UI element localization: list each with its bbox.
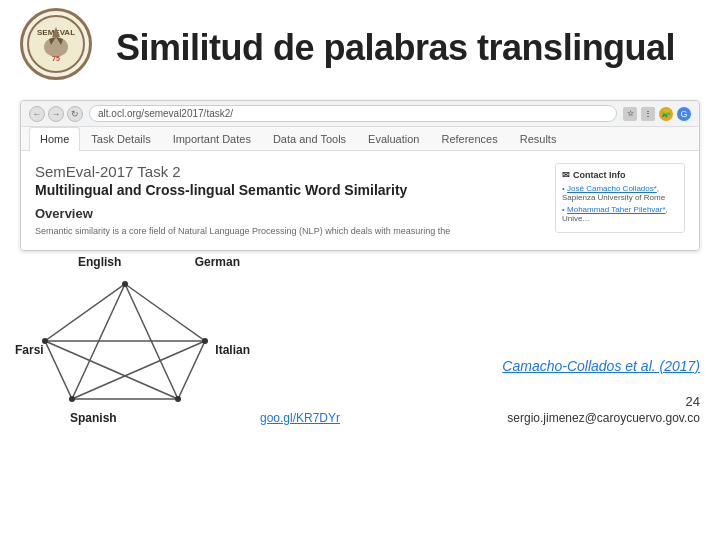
star-icon[interactable]: ☆ xyxy=(623,107,637,121)
contact-person-2[interactable]: • Mohammad Taher Pilehvar*, Unive... xyxy=(562,205,678,223)
svg-point-2 xyxy=(44,37,68,57)
tab-data-and-tools[interactable]: Data and Tools xyxy=(262,127,357,150)
footer-right: 24 sergio.jimenez@caroycuervo.gov.co xyxy=(507,394,700,425)
label-spanish: Spanish xyxy=(70,411,117,425)
account-icon[interactable]: G xyxy=(677,107,691,121)
header: SEMEVAL 75 Similitud de palabras transli… xyxy=(0,0,720,96)
page-number: 24 xyxy=(507,394,700,409)
label-english: English xyxy=(78,255,121,269)
browser-window: ← → ↻ alt.ocl.org/semeval2017/task2/ ☆ ⋮… xyxy=(20,100,700,251)
tab-home[interactable]: Home xyxy=(29,127,80,151)
logo-seal: SEMEVAL 75 xyxy=(20,8,92,80)
svg-point-17 xyxy=(42,338,48,344)
nav-buttons: ← → ↻ xyxy=(29,106,83,122)
contact-title: ✉ Contact Info xyxy=(562,170,678,180)
nav-tabs: Home Task Details Important Dates Data a… xyxy=(21,127,699,151)
diagram-area: English German Italian Spanish Farsi xyxy=(20,255,240,425)
svg-point-15 xyxy=(175,396,181,402)
content-main: SemEval-2017 Task 2 Multilingual and Cro… xyxy=(35,163,543,238)
svg-line-10 xyxy=(72,341,205,399)
contact-box: ✉ Contact Info • José Camacho Collados*,… xyxy=(555,163,685,233)
svg-point-14 xyxy=(202,338,208,344)
svg-line-12 xyxy=(45,341,178,399)
tab-results[interactable]: Results xyxy=(509,127,568,150)
overview-section: Overview Semantic similarity is a core f… xyxy=(35,206,543,238)
tab-important-dates[interactable]: Important Dates xyxy=(162,127,262,150)
site-title: SemEval-2017 Task 2 xyxy=(35,163,543,180)
browser-toolbar: ← → ↻ alt.ocl.org/semeval2017/task2/ ☆ ⋮… xyxy=(21,101,699,127)
page-title: Similitud de palabras translingual xyxy=(116,27,675,69)
page-content: SemEval-2017 Task 2 Multilingual and Cro… xyxy=(21,151,699,250)
citation-link[interactable]: Camacho-Collados et al. (2017) xyxy=(502,358,700,374)
label-german: German xyxy=(195,255,240,269)
footer-link[interactable]: goo.gl/KR7DYr xyxy=(260,411,340,425)
bottom-section: English German Italian Spanish Farsi Cam… xyxy=(0,251,720,431)
menu-icon[interactable]: ⋮ xyxy=(641,107,655,121)
tab-task-details[interactable]: Task Details xyxy=(80,127,161,150)
label-italian: Italian xyxy=(215,343,250,357)
browser-icons: ☆ ⋮ 🧩 G xyxy=(623,107,691,121)
svg-text:75: 75 xyxy=(52,55,60,62)
right-content: Camacho-Collados et al. (2017) goo.gl/KR… xyxy=(260,358,700,425)
extensions-icon[interactable]: 🧩 xyxy=(659,107,673,121)
contact-icon: ✉ xyxy=(562,170,570,180)
contact-sidebar: ✉ Contact Info • José Camacho Collados*,… xyxy=(555,163,685,238)
refresh-button[interactable]: ↻ xyxy=(67,106,83,122)
logo-area: SEMEVAL 75 xyxy=(20,8,100,88)
footer-email: sergio.jimenez@caroycuervo.gov.co xyxy=(507,411,700,425)
address-bar[interactable]: alt.ocl.org/semeval2017/task2/ xyxy=(89,105,617,122)
seal-svg: SEMEVAL 75 xyxy=(27,15,85,73)
forward-button[interactable]: → xyxy=(48,106,64,122)
overview-title: Overview xyxy=(35,206,543,221)
svg-point-13 xyxy=(122,281,128,287)
back-button[interactable]: ← xyxy=(29,106,45,122)
tab-evaluation[interactable]: Evaluation xyxy=(357,127,430,150)
overview-text: Semantic similarity is a core field of N… xyxy=(35,225,543,238)
tab-references[interactable]: References xyxy=(430,127,508,150)
svg-point-16 xyxy=(69,396,75,402)
contact-person-1[interactable]: • José Camacho Collados*, Sapienza Unive… xyxy=(562,184,678,202)
site-subtitle: Multilingual and Cross-lingual Semantic … xyxy=(35,182,543,198)
pentagon-diagram xyxy=(30,279,220,409)
